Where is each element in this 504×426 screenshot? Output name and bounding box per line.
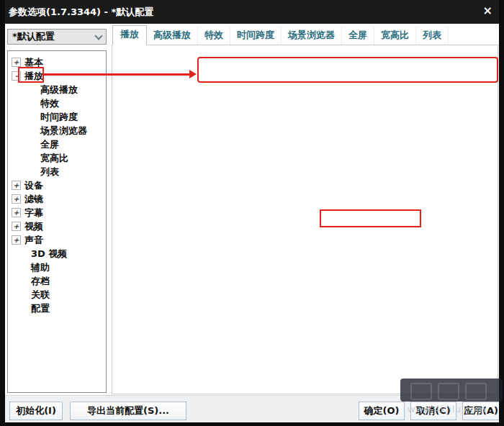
close-icon[interactable]: × <box>483 4 492 17</box>
tree-item-devices[interactable]: +设备 <box>8 178 106 192</box>
expand-icon[interactable]: + <box>12 194 21 204</box>
tree-item-basic[interactable]: +基本 <box>8 55 106 69</box>
cancel-button[interactable]: 取消(C) <box>410 402 456 420</box>
initialize-button[interactable]: 初始化(I) <box>9 402 63 420</box>
tab-playlist[interactable]: 列表 <box>416 27 449 45</box>
expand-icon[interactable]: + <box>12 58 21 67</box>
tree-item-association[interactable]: 关联 <box>8 288 125 302</box>
tab-effects[interactable]: 特效 <box>198 27 230 45</box>
tree-item-advanced-play[interactable]: 高级播放 <box>8 83 135 96</box>
chevron-down-icon <box>94 32 102 40</box>
tree-item-video[interactable]: +视频 <box>8 219 106 233</box>
expand-icon[interactable]: + <box>12 235 21 245</box>
tree-item-playlist[interactable]: 列表 <box>8 165 135 178</box>
tree-item-subtitles[interactable]: +字幕 <box>8 206 106 219</box>
profile-select[interactable]: *默认配置 <box>7 29 107 45</box>
tab-advanced-play[interactable]: 高级播放 <box>147 27 198 45</box>
ok-button[interactable]: 确定(O) <box>359 402 405 420</box>
titlebar: 参数选项(1.7.3344) - *默认配置 × <box>0 0 504 24</box>
tree-item-fullscreen[interactable]: 全屏 <box>8 137 135 151</box>
tab-time-span[interactable]: 时间跨度 <box>230 27 282 45</box>
tree-item-time-span[interactable]: 时间跨度 <box>8 110 135 124</box>
apply-button[interactable]: 应用(A) <box>462 402 500 420</box>
tree-item-filters[interactable]: +滤镜 <box>8 192 106 206</box>
tab-pane <box>112 45 498 394</box>
sidebar-tree: +基本 -播放 高级播放 特效 时间跨度 场景浏览器 全屏 宽高比 列表 +设备… <box>7 50 107 393</box>
preferences-dialog: 参数选项(1.7.3344) - *默认配置 × *默认配置 播放 高级播放 特… <box>0 0 504 426</box>
expand-icon[interactable]: + <box>12 181 21 190</box>
tree-item-config[interactable]: 配置 <box>8 302 125 315</box>
tree-item-aspect-ratio[interactable]: 宽高比 <box>8 151 135 165</box>
tab-bar: 播放 高级播放 特效 时间跨度 场景浏览器 全屏 宽高比 列表 <box>112 29 449 45</box>
tab-aspect-ratio[interactable]: 宽高比 <box>374 27 416 45</box>
export-config-button[interactable]: 导出当前配置(S)... <box>70 402 186 420</box>
profile-select-value: *默认配置 <box>12 30 55 43</box>
tree-item-scene-browser[interactable]: 场景浏览器 <box>8 124 135 137</box>
tree-item-archive[interactable]: 存档 <box>8 274 125 288</box>
window-title: 参数选项(1.7.3344) - *默认配置 <box>9 6 153 19</box>
tree-item-misc[interactable]: 辅助 <box>8 260 125 274</box>
expand-icon[interactable]: + <box>12 222 21 231</box>
tab-scene-browser[interactable]: 场景浏览器 <box>282 27 342 45</box>
tree-item-play[interactable]: -播放 <box>8 69 106 83</box>
tab-fullscreen[interactable]: 全屏 <box>342 27 374 45</box>
tab-play[interactable]: 播放 <box>112 25 147 45</box>
expand-icon[interactable]: + <box>12 208 21 217</box>
tree-item-audio[interactable]: +声音 <box>8 233 106 247</box>
tree-item-effects[interactable]: 特效 <box>8 96 135 110</box>
tree-item-3d-video[interactable]: 3D 视频 <box>8 247 125 260</box>
footer-bar: 初始化(I) 导出当前配置(S)... 确定(O) 取消(C) 应用(A) <box>0 395 504 426</box>
collapse-icon[interactable]: - <box>12 71 21 81</box>
